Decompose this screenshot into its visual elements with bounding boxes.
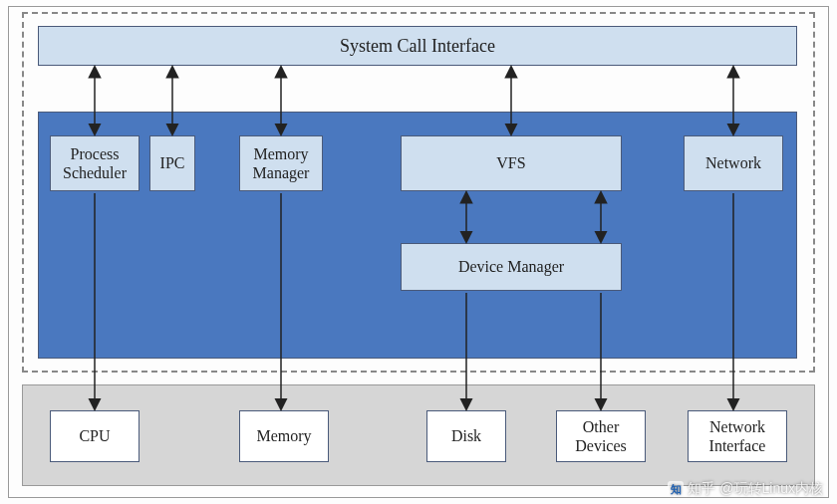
system-call-interface-box: System Call Interface <box>38 26 797 66</box>
device-manager-label: Device Manager <box>458 257 564 276</box>
cpu-box: CPU <box>50 410 140 462</box>
network-interface-label: NetworkInterface <box>709 417 766 455</box>
other-devices-box: OtherDevices <box>556 410 646 462</box>
network-label: Network <box>705 153 761 172</box>
network-box: Network <box>684 135 783 191</box>
network-interface-box: NetworkInterface <box>688 410 787 462</box>
device-manager-box: Device Manager <box>401 243 622 291</box>
zhihu-icon: 知 <box>668 481 684 497</box>
process-scheduler-box: ProcessScheduler <box>50 135 140 191</box>
sci-label: System Call Interface <box>340 36 495 57</box>
watermark: 知 知乎 @玩转Linux内核 <box>668 480 823 498</box>
memory-label: Memory <box>256 426 311 445</box>
memory-manager-box: MemoryManager <box>239 135 323 191</box>
watermark-text: 知乎 @玩转Linux内核 <box>688 480 823 498</box>
memory-box: Memory <box>239 410 329 462</box>
ipc-box: IPC <box>149 135 195 191</box>
ipc-label: IPC <box>160 153 185 172</box>
disk-box: Disk <box>426 410 506 462</box>
vfs-box: VFS <box>401 135 622 191</box>
disk-label: Disk <box>451 426 481 445</box>
other-devices-label: OtherDevices <box>575 417 627 455</box>
cpu-label: CPU <box>79 426 110 445</box>
memory-manager-label: MemoryManager <box>253 144 310 182</box>
vfs-label: VFS <box>496 153 525 172</box>
process-scheduler-label: ProcessScheduler <box>63 144 127 182</box>
